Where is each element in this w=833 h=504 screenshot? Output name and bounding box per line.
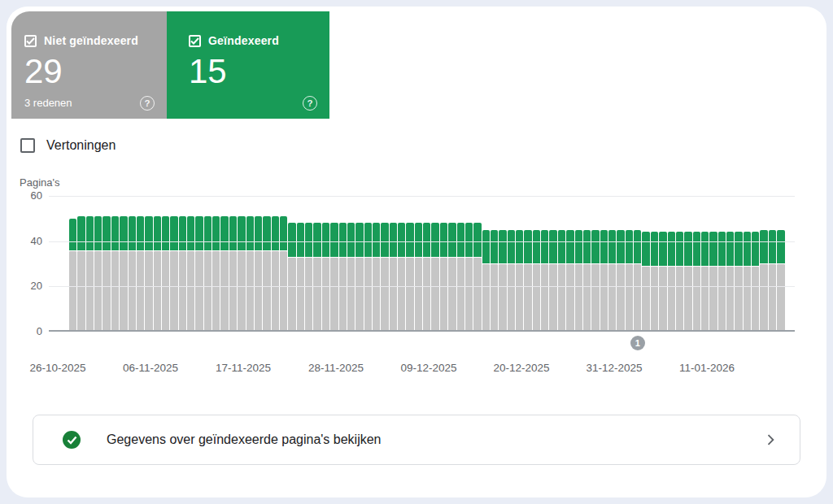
stacked-bar[interactable] bbox=[516, 196, 523, 330]
indexed-checkbox-checked-icon[interactable] bbox=[189, 35, 201, 47]
stacked-bar[interactable] bbox=[272, 196, 279, 330]
stacked-bar[interactable] bbox=[659, 196, 666, 330]
stacked-bar[interactable] bbox=[263, 196, 270, 330]
stacked-bar[interactable] bbox=[204, 196, 212, 330]
stacked-bar[interactable] bbox=[246, 196, 254, 330]
stacked-bar[interactable] bbox=[381, 196, 388, 330]
stacked-bar[interactable] bbox=[440, 196, 447, 330]
stacked-bar[interactable] bbox=[777, 196, 784, 330]
stacked-bar[interactable] bbox=[398, 196, 405, 330]
stacked-bar[interactable] bbox=[684, 196, 691, 330]
indexed-card[interactable]: Geïndexeerd 15 ? bbox=[167, 11, 329, 119]
stacked-bar[interactable] bbox=[617, 196, 624, 330]
view-indexed-pages-banner[interactable]: Gegevens over geïndexeerde pagina's beki… bbox=[33, 415, 800, 465]
help-icon[interactable]: ? bbox=[140, 96, 155, 111]
not-indexed-card[interactable]: Niet geïndexeerd 29 3 redenen ? bbox=[11, 11, 167, 119]
stacked-bar[interactable] bbox=[120, 196, 127, 330]
not-indexed-bar-segment bbox=[726, 267, 734, 330]
stacked-bar[interactable] bbox=[473, 196, 481, 330]
stacked-bar[interactable] bbox=[195, 196, 203, 330]
stacked-bar[interactable] bbox=[558, 196, 565, 330]
stacked-bar[interactable] bbox=[137, 196, 144, 330]
stacked-bar[interactable] bbox=[634, 196, 641, 330]
stacked-bar[interactable] bbox=[406, 196, 413, 330]
stacked-bar[interactable] bbox=[608, 196, 616, 330]
stacked-bar[interactable] bbox=[718, 196, 726, 330]
stacked-bar[interactable] bbox=[86, 196, 94, 330]
stacked-bar[interactable] bbox=[69, 196, 76, 330]
stacked-bar[interactable] bbox=[255, 196, 262, 330]
stacked-bar[interactable] bbox=[154, 196, 161, 330]
stacked-bar[interactable] bbox=[170, 196, 177, 330]
stacked-bar[interactable] bbox=[355, 196, 363, 330]
not-indexed-bar-segment bbox=[499, 264, 506, 330]
stacked-bar[interactable] bbox=[566, 196, 574, 330]
stacked-bar[interactable] bbox=[524, 196, 531, 330]
stacked-bar[interactable] bbox=[701, 196, 709, 330]
stacked-bar[interactable] bbox=[760, 196, 767, 330]
not-indexed-bar-segment bbox=[86, 251, 94, 330]
stacked-bar[interactable] bbox=[313, 196, 321, 330]
stacked-bar[interactable] bbox=[508, 196, 515, 330]
stacked-bar[interactable] bbox=[482, 196, 490, 330]
chart-marker-badge[interactable]: 1 bbox=[630, 336, 645, 350]
stacked-bar[interactable] bbox=[709, 196, 717, 330]
stacked-bar[interactable] bbox=[726, 196, 734, 330]
stacked-bar[interactable] bbox=[769, 196, 776, 330]
stacked-bar[interactable] bbox=[541, 196, 548, 330]
stacked-bar[interactable] bbox=[339, 196, 347, 330]
not-indexed-bar-segment bbox=[111, 251, 119, 330]
stacked-bar[interactable] bbox=[533, 196, 540, 330]
stacked-bar[interactable] bbox=[693, 196, 700, 330]
stacked-bar[interactable] bbox=[297, 196, 304, 330]
stacked-bar[interactable] bbox=[111, 196, 119, 330]
stacked-bar[interactable] bbox=[305, 196, 312, 330]
stacked-bar[interactable] bbox=[752, 196, 759, 330]
stacked-bar[interactable] bbox=[626, 196, 633, 330]
stacked-bar[interactable] bbox=[600, 196, 608, 330]
stacked-bar[interactable] bbox=[212, 196, 220, 330]
stacked-bar[interactable] bbox=[373, 196, 380, 330]
stacked-bar[interactable] bbox=[457, 196, 464, 330]
stacked-bar[interactable] bbox=[77, 196, 85, 330]
stacked-bar[interactable] bbox=[220, 196, 228, 330]
stacked-bar[interactable] bbox=[676, 196, 683, 330]
stacked-bar[interactable] bbox=[423, 196, 430, 330]
stacked-bar[interactable] bbox=[322, 196, 329, 330]
stacked-bar[interactable] bbox=[179, 196, 186, 330]
stacked-bar[interactable] bbox=[735, 196, 742, 330]
stacked-bar[interactable] bbox=[448, 196, 456, 330]
stacked-bar[interactable] bbox=[229, 196, 237, 330]
stacked-bar[interactable] bbox=[390, 196, 397, 330]
stacked-bar[interactable] bbox=[499, 196, 506, 330]
impressions-toggle[interactable]: Vertoningen bbox=[20, 138, 116, 153]
stacked-bar[interactable] bbox=[583, 196, 591, 330]
stacked-bar[interactable] bbox=[668, 196, 675, 330]
stacked-bar[interactable] bbox=[415, 196, 422, 330]
stacked-bar[interactable] bbox=[102, 196, 110, 330]
stacked-bar[interactable] bbox=[431, 196, 438, 330]
stacked-bar[interactable] bbox=[288, 196, 295, 330]
impressions-checkbox-unchecked-icon[interactable] bbox=[20, 138, 35, 153]
stacked-bar[interactable] bbox=[94, 196, 102, 330]
stacked-bar[interactable] bbox=[187, 196, 194, 330]
stacked-bar[interactable] bbox=[651, 196, 658, 330]
stacked-bar[interactable] bbox=[347, 196, 355, 330]
chevron-right-icon[interactable] bbox=[762, 432, 778, 448]
stacked-bar[interactable] bbox=[238, 196, 245, 330]
not-indexed-checkbox-checked-icon[interactable] bbox=[24, 35, 37, 47]
stacked-bar[interactable] bbox=[364, 196, 372, 330]
stacked-bar[interactable] bbox=[465, 196, 473, 330]
stacked-bar[interactable] bbox=[642, 196, 649, 330]
stacked-bar[interactable] bbox=[129, 196, 136, 330]
stacked-bar[interactable] bbox=[575, 196, 582, 330]
stacked-bar[interactable] bbox=[549, 196, 556, 330]
stacked-bar[interactable] bbox=[162, 196, 169, 330]
stacked-bar[interactable] bbox=[491, 196, 498, 330]
stacked-bar[interactable] bbox=[744, 196, 751, 330]
stacked-bar[interactable] bbox=[280, 196, 287, 330]
stacked-bar[interactable] bbox=[591, 196, 599, 330]
stacked-bar[interactable] bbox=[330, 196, 338, 330]
help-icon[interactable]: ? bbox=[303, 96, 317, 111]
stacked-bar[interactable] bbox=[145, 196, 152, 330]
